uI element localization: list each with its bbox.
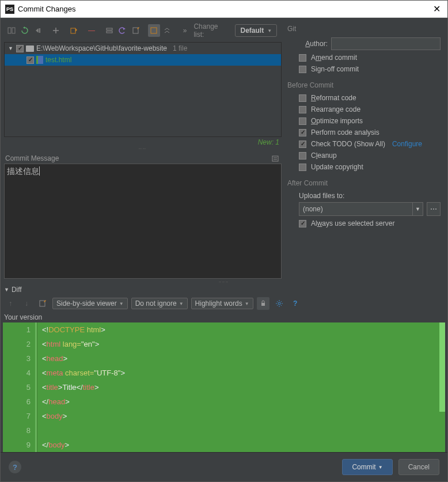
viewer-mode-select[interactable]: Side-by-side viewer▼ bbox=[52, 298, 128, 309]
resize-handle[interactable]: ┉┉ bbox=[3, 146, 283, 152]
chevron-down-icon: ▼ bbox=[412, 203, 423, 215]
edit-icon[interactable] bbox=[130, 24, 142, 37]
changelist-label: Change list: bbox=[192, 22, 230, 39]
chevron-down-icon: ▼ bbox=[267, 28, 272, 33]
analysis-label: Perform code analysis bbox=[311, 128, 379, 136]
prev-diff-icon[interactable]: ↑ bbox=[4, 297, 17, 310]
todo-label: Check TODO (Show All) bbox=[311, 140, 385, 148]
show-diff-icon[interactable] bbox=[5, 24, 17, 37]
reformat-checkbox[interactable] bbox=[299, 94, 306, 102]
edit-source-icon[interactable] bbox=[36, 297, 49, 310]
changelist-arrows-icon: » bbox=[181, 26, 189, 35]
highlight-select[interactable]: Highlight words▼ bbox=[191, 298, 253, 309]
signoff-label: Sign-off commit bbox=[311, 65, 359, 73]
always-server-checkbox[interactable] bbox=[299, 220, 306, 227]
delete-icon[interactable]: — bbox=[85, 24, 97, 37]
app-icon: PS bbox=[5, 5, 14, 14]
diff-editor[interactable]: 123456789 <!DOCTYPE html> <html lang="en… bbox=[3, 322, 445, 452]
expand-all-icon[interactable] bbox=[148, 24, 160, 37]
analysis-checkbox[interactable] bbox=[299, 129, 306, 136]
changelist-select[interactable]: Default ▼ bbox=[235, 24, 277, 37]
configure-link[interactable]: Configure bbox=[392, 140, 422, 148]
svg-rect-2 bbox=[39, 28, 40, 33]
svg-point-11 bbox=[278, 302, 280, 305]
svg-rect-0 bbox=[8, 28, 11, 33]
amend-checkbox[interactable] bbox=[299, 54, 306, 62]
chevron-down-icon: ▼ bbox=[179, 301, 184, 306]
file-tree[interactable]: ▼ E:\WebWorkspace\GitHub\favorite-websit… bbox=[4, 42, 282, 137]
commit-button[interactable]: Commit▼ bbox=[342, 459, 392, 475]
signoff-checkbox[interactable] bbox=[299, 66, 306, 73]
tree-root-row[interactable]: ▼ E:\WebWorkspace\GitHub\favorite-websit… bbox=[5, 43, 281, 54]
commit-toolbar: — » Change list: Default ▼ bbox=[3, 20, 283, 41]
rearrange-label: Rearrange code bbox=[311, 105, 360, 113]
rearrange-checkbox[interactable] bbox=[299, 106, 306, 113]
help-button[interactable]: ? bbox=[9, 461, 21, 473]
reformat-label: Reformat code bbox=[311, 94, 356, 102]
tree-file-name: test.html bbox=[45, 56, 71, 64]
svg-rect-5 bbox=[107, 31, 112, 33]
your-version-label: Your version bbox=[1, 312, 447, 322]
before-section-header: Before Commit bbox=[287, 81, 441, 90]
todo-checkbox[interactable] bbox=[299, 141, 306, 148]
history-icon[interactable] bbox=[271, 154, 279, 162]
close-icon[interactable]: ✕ bbox=[431, 3, 443, 14]
tree-file-row[interactable]: test.html bbox=[5, 54, 281, 66]
chevron-down-icon: ▼ bbox=[378, 465, 383, 470]
upload-value: (none) bbox=[303, 205, 323, 213]
help-icon[interactable]: ? bbox=[289, 297, 302, 310]
settings-gear-icon[interactable] bbox=[273, 297, 286, 310]
group-icon[interactable] bbox=[103, 24, 115, 37]
diff-header: Diff bbox=[12, 286, 22, 294]
copyright-label: Update copyright bbox=[311, 163, 363, 171]
cleanup-label: Cleanup bbox=[311, 151, 337, 160]
after-section-header: After Commit bbox=[287, 179, 441, 188]
expand-arrow-icon[interactable]: ▼ bbox=[8, 45, 14, 51]
chevron-down-icon: ▼ bbox=[119, 301, 124, 306]
upload-select[interactable]: (none) ▼ bbox=[299, 202, 423, 216]
svg-rect-10 bbox=[261, 303, 265, 306]
svg-rect-8 bbox=[272, 156, 278, 161]
lock-icon[interactable] bbox=[257, 297, 269, 310]
new-files-count: New: 1 bbox=[3, 137, 283, 146]
chevron-down-icon: ▼ bbox=[245, 301, 249, 306]
rollback-icon[interactable] bbox=[32, 24, 44, 37]
diff-toolbar: ↑ ↓ Side-by-side viewer▼ Do not ignore▼ … bbox=[1, 295, 447, 312]
window-title: Commit Changes bbox=[18, 5, 431, 13]
changelist-value: Default bbox=[240, 26, 264, 35]
next-diff-icon[interactable]: ↓ bbox=[20, 297, 33, 310]
author-input[interactable] bbox=[331, 37, 441, 50]
dialog-footer: ? Commit▼ Cancel bbox=[1, 452, 447, 481]
code-area[interactable]: <!DOCTYPE html> <html lang="en"> <head> … bbox=[37, 322, 445, 452]
root-checkbox[interactable] bbox=[16, 45, 24, 52]
tree-root-path: E:\WebWorkspace\GitHub\favorite-website bbox=[36, 44, 167, 52]
refresh-icon[interactable] bbox=[18, 24, 31, 37]
commit-message-header: Commit Message bbox=[5, 154, 59, 162]
line-gutter: 123456789 bbox=[3, 322, 37, 452]
undo-icon[interactable] bbox=[116, 24, 128, 37]
commit-message-input[interactable]: 描述信息 bbox=[4, 164, 282, 279]
author-label: Author: bbox=[299, 40, 328, 48]
ignore-select[interactable]: Do not ignore▼ bbox=[131, 298, 188, 309]
optimize-checkbox[interactable] bbox=[299, 117, 306, 125]
optimize-label: Optimize imports bbox=[311, 117, 363, 125]
collapse-all-icon[interactable] bbox=[161, 24, 173, 37]
new-changelist-icon[interactable] bbox=[50, 24, 62, 37]
titlebar: PS Commit Changes ✕ bbox=[1, 1, 447, 18]
scroll-marker bbox=[439, 322, 445, 412]
upload-browse-button[interactable]: ⋯ bbox=[427, 202, 441, 216]
copyright-checkbox[interactable] bbox=[299, 164, 306, 171]
git-section-header: Git bbox=[287, 25, 441, 34]
svg-rect-3 bbox=[71, 28, 75, 33]
svg-rect-4 bbox=[107, 28, 112, 30]
folder-icon bbox=[26, 45, 34, 52]
move-changelist-icon[interactable] bbox=[67, 24, 79, 37]
amend-label: Amend commit bbox=[311, 54, 357, 62]
file-checkbox[interactable] bbox=[26, 56, 34, 64]
cancel-button[interactable]: Cancel bbox=[398, 459, 439, 475]
left-panel: — » Change list: Default ▼ bbox=[1, 18, 283, 280]
cleanup-checkbox[interactable] bbox=[299, 152, 306, 160]
splitter-handle[interactable]: ┉┉┉ bbox=[1, 280, 447, 284]
diff-collapse-arrow-icon[interactable]: ▼ bbox=[4, 287, 9, 293]
always-server-label: Always use selected server bbox=[311, 219, 394, 227]
